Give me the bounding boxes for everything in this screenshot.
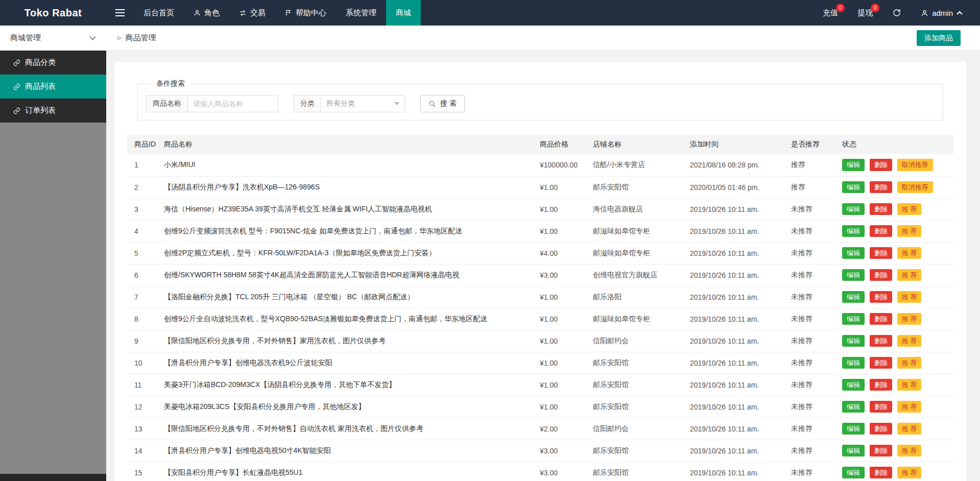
- user-menu[interactable]: admin: [921, 9, 963, 17]
- edit-button[interactable]: 编辑: [842, 357, 865, 369]
- toggle-recommend-button[interactable]: 推 荐: [897, 445, 922, 457]
- delete-button[interactable]: 删除: [870, 269, 892, 281]
- toggle-recommend-button[interactable]: 推 荐: [897, 401, 922, 413]
- cell-price: ¥1.00: [533, 198, 586, 220]
- col-header-recommended: 是否推荐: [784, 135, 835, 154]
- nav-item-transactions[interactable]: 交易: [229, 0, 275, 26]
- edit-button[interactable]: 编辑: [842, 379, 865, 391]
- col-header-status: 状态: [835, 135, 953, 154]
- delete-button[interactable]: 删除: [870, 379, 892, 391]
- add-product-button[interactable]: 添加商品: [917, 30, 961, 46]
- edit-button[interactable]: 编辑: [842, 445, 865, 457]
- delete-button[interactable]: 删除: [870, 291, 892, 303]
- edit-button[interactable]: 编辑: [842, 335, 865, 347]
- edit-button[interactable]: 编辑: [842, 423, 865, 435]
- toggle-recommend-button[interactable]: 推 荐: [897, 467, 922, 479]
- cell-added-time: 2019/10/26 10:11 am.: [683, 440, 784, 462]
- delete-button[interactable]: 删除: [870, 313, 892, 325]
- edit-button[interactable]: 编辑: [842, 269, 865, 281]
- cell-added-time: 2019/10/26 10:11 am.: [683, 242, 784, 264]
- topbar: Toko Rabat 后台首页 角色 交易 帮助中心 系: [0, 0, 980, 26]
- toggle-recommend-button[interactable]: 推 荐: [897, 291, 922, 303]
- category-select[interactable]: 所有分类: [321, 95, 405, 112]
- cell-product-id: 4: [127, 220, 157, 242]
- delete-button[interactable]: 删除: [870, 401, 892, 413]
- nav-item-label: 交易: [250, 8, 266, 18]
- sidebar: 商城管理 商品分类 商品列表 订单列表: [0, 26, 106, 481]
- sidebar-group-mall[interactable]: 商城管理: [0, 26, 106, 51]
- nav-item-roles[interactable]: 角色: [184, 0, 229, 26]
- nav-item-mall[interactable]: 商城: [386, 0, 421, 26]
- cell-status: 编辑 删除 推 荐: [835, 308, 953, 330]
- cell-price: ¥3.00: [533, 264, 586, 286]
- delete-button[interactable]: 删除: [870, 225, 892, 237]
- cell-status: 编辑 删除 推 荐: [835, 418, 953, 440]
- toggle-recommend-button[interactable]: 推 荐: [897, 247, 922, 259]
- cell-store: 邮乐安阳馆: [586, 374, 683, 396]
- product-name-input[interactable]: [187, 95, 278, 112]
- cell-price: ¥1.00: [533, 352, 586, 374]
- delete-button[interactable]: 删除: [870, 423, 892, 435]
- sidebar-item-product-categories[interactable]: 商品分类: [0, 51, 106, 75]
- withdraw-button[interactable]: 提现 0: [857, 8, 873, 18]
- sidebar-item-order-list[interactable]: 订单列表: [0, 99, 106, 123]
- delete-button[interactable]: 删除: [870, 203, 892, 215]
- toggle-recommend-button[interactable]: 取消推荐: [897, 181, 933, 194]
- edit-button[interactable]: 编辑: [842, 225, 865, 237]
- edit-button[interactable]: 编辑: [842, 291, 865, 303]
- nav-item-dashboard[interactable]: 后台首页: [134, 0, 184, 26]
- sidebar-item-product-list[interactable]: 商品列表: [0, 75, 106, 99]
- toggle-recommend-button[interactable]: 推 荐: [897, 357, 922, 369]
- toggle-recommend-button[interactable]: 推 荐: [897, 313, 922, 325]
- cell-status: 编辑 删除 推 荐: [835, 374, 953, 396]
- cell-status: 编辑 删除 推 荐: [835, 286, 953, 308]
- search-button[interactable]: 搜 索: [420, 95, 465, 112]
- search-panel: 条件搜索 商品名称 分类 所有分类 搜 索: [137, 79, 943, 121]
- cell-added-time: 2020/01/05 01:46 pm.: [683, 176, 784, 198]
- cell-price: ¥1.00: [533, 308, 586, 330]
- cell-recommended: 未推荐: [784, 396, 835, 418]
- toggle-recommend-button[interactable]: 推 荐: [897, 379, 922, 391]
- delete-button[interactable]: 删除: [870, 335, 892, 347]
- delete-button[interactable]: 删除: [870, 445, 892, 457]
- refresh-button[interactable]: [892, 8, 901, 17]
- category-selected-value: 所有分类: [326, 99, 355, 108]
- main-content: » 商品管理 添加商品 条件搜索 商品名称 分类 所有分类: [106, 0, 980, 481]
- cell-status: 编辑 删除 推 荐: [835, 462, 953, 481]
- app-logo: Toko Rabat: [0, 0, 106, 26]
- cell-product-id: 1: [127, 154, 157, 176]
- cell-price: ¥1.00: [533, 374, 586, 396]
- edit-button[interactable]: 编辑: [842, 159, 865, 171]
- toggle-recommend-button[interactable]: 推 荐: [897, 423, 922, 435]
- username: admin: [932, 9, 953, 17]
- edit-button[interactable]: 编辑: [842, 401, 865, 413]
- nav-item-help-center[interactable]: 帮助中心: [275, 0, 336, 26]
- menu-toggle-button[interactable]: [106, 0, 134, 26]
- toggle-recommend-button[interactable]: 推 荐: [897, 269, 922, 281]
- delete-button[interactable]: 删除: [870, 181, 892, 194]
- cell-price: ¥1.00: [533, 176, 586, 198]
- cell-product-name: 【滑县积分用户专享】创维电器洗衣机9公斤波轮安阳: [157, 352, 533, 374]
- edit-button[interactable]: 编辑: [842, 247, 865, 259]
- nav-item-label: 帮助中心: [296, 8, 326, 18]
- recharge-button[interactable]: 充值 0: [823, 8, 838, 18]
- edit-button[interactable]: 编辑: [842, 181, 865, 194]
- edit-button[interactable]: 编辑: [842, 467, 865, 479]
- table-row: 5 创维2P定频立式柜机，型号：KFR-50LW/F2DA1A-3（限如皋地区免…: [127, 242, 953, 264]
- delete-button[interactable]: 删除: [870, 357, 892, 369]
- delete-button[interactable]: 删除: [870, 467, 892, 479]
- edit-button[interactable]: 编辑: [842, 203, 865, 215]
- nav-item-system[interactable]: 系统管理: [336, 0, 386, 26]
- cell-price: ¥1.00: [533, 286, 586, 308]
- edit-button[interactable]: 编辑: [842, 313, 865, 325]
- toggle-recommend-button[interactable]: 推 荐: [897, 225, 922, 237]
- toggle-recommend-button[interactable]: 推 荐: [897, 203, 922, 215]
- delete-button[interactable]: 删除: [870, 247, 892, 259]
- cell-status: 编辑 删除 推 荐: [835, 198, 953, 220]
- delete-button[interactable]: 删除: [870, 159, 892, 171]
- cell-product-id: 15: [127, 462, 157, 481]
- toggle-recommend-button[interactable]: 推 荐: [897, 335, 922, 347]
- table-row: 8 创维9公斤全自动波轮洗衣机，型号XQB90-52BAS淡雅银如皋免费送货上门…: [127, 308, 953, 330]
- cell-store: 信阳邮约会: [586, 418, 683, 440]
- toggle-recommend-button[interactable]: 取消推荐: [897, 159, 933, 171]
